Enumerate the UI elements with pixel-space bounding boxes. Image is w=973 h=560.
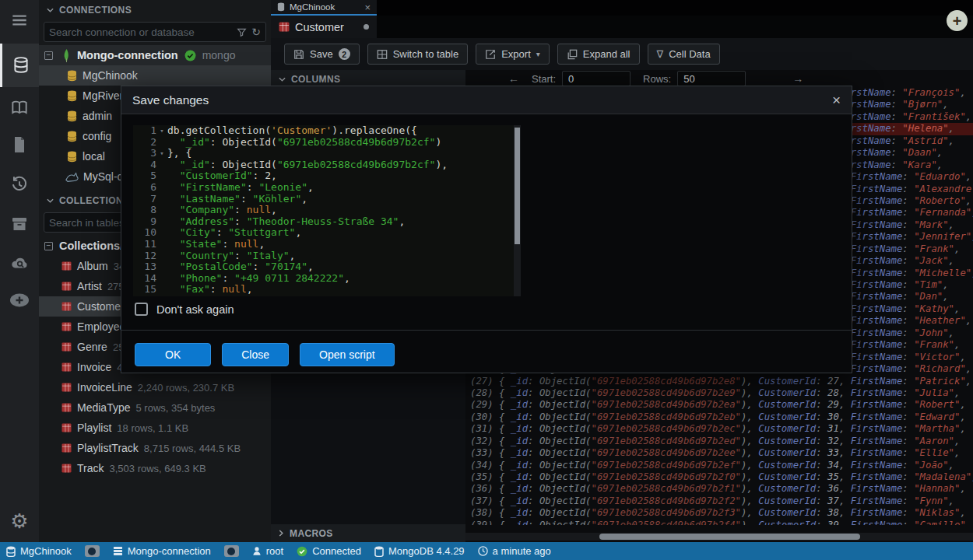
cloud-search-icon[interactable]: [0, 246, 39, 280]
connection-search[interactable]: ↻: [44, 22, 266, 42]
database-nav-icon[interactable]: [0, 44, 39, 87]
history-icon[interactable]: [0, 166, 39, 201]
refresh-icon[interactable]: ↻: [251, 26, 261, 38]
expand-all-label: Expand all: [583, 48, 631, 60]
code-line[interactable]: 7 "LastName": "Köhler",: [133, 194, 521, 205]
grid-row[interactable]: (30) { _id: ObjectId("6971eb02588cd49b6d…: [470, 411, 973, 423]
collapse-icon[interactable]: −: [44, 51, 53, 60]
code-line[interactable]: 16 "Email": "leonekohler@surfeu.de",: [133, 296, 521, 296]
script-editor[interactable]: 1▾db.getCollection('Customer').replaceOn…: [133, 125, 521, 296]
archive-icon[interactable]: [0, 207, 39, 241]
new-connection-button[interactable]: +: [947, 10, 968, 31]
settings-gear-icon[interactable]: ⚙: [0, 504, 39, 538]
grid-row[interactable]: (31) { _id: ObjectId("6971eb02588cd49b6d…: [470, 423, 973, 435]
page-prev-icon[interactable]: ←: [508, 72, 519, 85]
file-icon[interactable]: [0, 128, 39, 162]
collection-name: Customer: [77, 300, 125, 313]
dont-ask-again[interactable]: Don't ask again: [135, 303, 234, 316]
collapse-icon[interactable]: −: [44, 242, 53, 250]
code-line[interactable]: 4 "_id": ObjectId("6971eb02588cd49b6d97b…: [133, 159, 521, 171]
open-script-button[interactable]: Open script: [300, 343, 395, 366]
status-connected[interactable]: Connected: [297, 545, 361, 557]
connected-check-icon: [297, 546, 307, 557]
grid-row[interactable]: (35) { _id: ObjectId("6971eb02588cd49b6d…: [470, 471, 973, 483]
collection-name: MediaType: [77, 401, 130, 414]
grid-row[interactable]: (37) { _id: ObjectId("6971eb02588cd49b6d…: [470, 495, 973, 507]
grid-row[interactable]: (34) { _id: ObjectId("6971eb02588cd49b6d…: [470, 460, 973, 471]
tab-mgchinook[interactable]: MgChinook ×: [271, 0, 377, 16]
macros-panel-header[interactable]: MACROS: [271, 524, 465, 542]
close-icon[interactable]: ×: [832, 93, 841, 107]
code-line[interactable]: 8 "Company": null,: [133, 205, 521, 216]
dont-ask-again-checkbox[interactable]: [135, 303, 148, 316]
code-line[interactable]: 15 "Fax": null,: [133, 284, 521, 296]
status-database[interactable]: MgChinook: [6, 545, 72, 557]
table-icon: [61, 261, 72, 271]
collection-meta: 2,240 rows, 230.7 KB: [138, 382, 234, 394]
code-line[interactable]: 3▾}, {: [133, 148, 521, 159]
fold-spacer: [156, 170, 167, 182]
grid-row[interactable]: (27) { _id: ObjectId("6971eb02588cd49b6d…: [470, 376, 973, 387]
editor-scrollbar[interactable]: [514, 125, 521, 296]
add-plugin-icon[interactable]: [0, 283, 39, 317]
switch-to-table-button[interactable]: Switch to table: [367, 44, 469, 65]
fold-icon[interactable]: ▾: [156, 148, 167, 159]
menu-icon[interactable]: [0, 3, 39, 37]
grid-row[interactable]: (36) { _id: ObjectId("6971eb02588cd49b6d…: [470, 483, 973, 495]
connection-item[interactable]: − Mongo-connection mongo: [39, 45, 271, 65]
ok-button[interactable]: OK: [135, 343, 211, 366]
scrollbar-thumb[interactable]: [515, 128, 520, 244]
code-line[interactable]: 13 "PostalCode": "70174",: [133, 261, 521, 273]
filter-icon[interactable]: [237, 27, 247, 37]
status-connection[interactable]: Mongo-connection: [113, 545, 211, 557]
database-color-badge[interactable]: [85, 545, 100, 557]
code-line[interactable]: 1▾db.getCollection('Customer').replaceOn…: [133, 125, 521, 137]
favorites-book-icon[interactable]: [0, 90, 39, 124]
connection-search-input[interactable]: [49, 26, 237, 38]
cell-data-label: Cell Data: [669, 48, 710, 60]
connections-header[interactable]: CONNECTIONS: [39, 0, 271, 20]
expand-all-button[interactable]: Expand all: [557, 44, 640, 65]
code-line[interactable]: 9 "Address": "Theodor-Heuss-Straße 34",: [133, 216, 521, 228]
code-line[interactable]: 2 "_id": ObjectId("6971eb02588cd49b6d97b…: [133, 137, 521, 149]
grid-row[interactable]: (28) { _id: ObjectId("6971eb02588cd49b6d…: [470, 387, 973, 399]
code-line[interactable]: 14 "Phone": "+49 0711 2842222",: [133, 273, 521, 285]
collection-item[interactable]: InvoiceLine2,240 rows, 230.7 KB: [39, 377, 271, 397]
paging-toolbar: ← Start: Rows: →: [465, 70, 973, 87]
code-line[interactable]: 12 "Country": "Italy",: [133, 250, 521, 262]
status-version[interactable]: MongoDB 4.4.29: [374, 545, 465, 557]
start-input[interactable]: [562, 71, 631, 86]
code-line[interactable]: 6 "FirstName": "Leonie",: [133, 182, 521, 194]
grid-row[interactable]: (32) { _id: ObjectId("6971eb02588cd49b6d…: [470, 436, 973, 447]
code-line[interactable]: 11 "State": null,: [133, 239, 521, 250]
mysql-dolphin-icon: [65, 171, 79, 182]
export-button[interactable]: Export ▾: [476, 44, 550, 65]
modal-footer: OK Close Open script: [135, 343, 395, 366]
check-badge-icon: [184, 50, 196, 61]
code-line[interactable]: 10 "City": "Stuttgart",: [133, 227, 521, 239]
grid-row[interactable]: (39) { _id: ObjectId("6971eb02588cd49b6d…: [470, 520, 973, 525]
tab-close-icon[interactable]: ×: [364, 2, 371, 13]
save-button[interactable]: Save 2: [284, 44, 360, 65]
collection-item[interactable]: Playlist18 rows, 1.1 KB: [39, 418, 271, 438]
scrollbar-thumb[interactable]: [599, 534, 860, 540]
grid-row[interactable]: (33) { _id: ObjectId("6971eb02588cd49b6d…: [470, 447, 973, 459]
code-line[interactable]: 5 "CustomerId": 2,: [133, 170, 521, 182]
connection-color-badge[interactable]: [224, 545, 239, 557]
database-item[interactable]: MgChinook: [39, 65, 271, 86]
status-user[interactable]: root: [252, 545, 283, 557]
collection-item[interactable]: Track3,503 rows, 649.3 KB: [39, 458, 271, 478]
close-button[interactable]: Close: [222, 343, 289, 366]
grid-row[interactable]: (29) { _id: ObjectId("6971eb02588cd49b6d…: [470, 399, 973, 411]
table-icon: [61, 362, 72, 372]
status-time[interactable]: a minute ago: [478, 545, 551, 557]
rows-input[interactable]: [677, 71, 746, 86]
tab-customer[interactable]: Customer: [271, 16, 377, 38]
collection-item[interactable]: MediaType5 rows, 354 bytes: [39, 397, 271, 418]
cell-data-button[interactable]: ∇ Cell Data: [648, 44, 720, 65]
grid-row[interactable]: (38) { _id: ObjectId("6971eb02588cd49b6d…: [470, 507, 973, 519]
collection-item[interactable]: PlaylistTrack8,715 rows, 444.5 KB: [39, 438, 271, 458]
horizontal-scrollbar[interactable]: [465, 533, 973, 541]
fold-icon[interactable]: ▾: [156, 125, 167, 137]
page-next-icon[interactable]: →: [792, 72, 803, 85]
